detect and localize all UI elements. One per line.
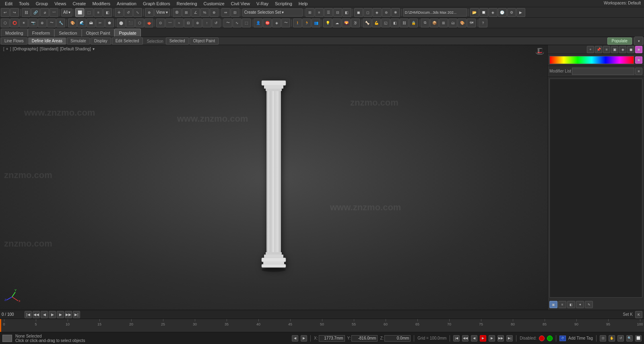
- object-color-swatch[interactable]: [2, 335, 12, 342]
- vp-shading[interactable]: [Standard]: [40, 47, 58, 51]
- system-btn[interactable]: 🔧: [56, 19, 65, 27]
- reference-coord-button[interactable]: ⊕: [145, 8, 154, 17]
- map-btn[interactable]: 🗺: [467, 19, 476, 27]
- populate-figure-btn[interactable]: 👤: [254, 19, 262, 27]
- select-tool-button[interactable]: ⬜: [75, 8, 84, 17]
- playback-start-btn[interactable]: |◀: [25, 311, 32, 318]
- helper-btn[interactable]: ⊕: [38, 19, 47, 27]
- layer-btn-3[interactable]: ☰: [324, 8, 333, 17]
- populate-button[interactable]: Populate: [607, 37, 632, 45]
- menu-rendering[interactable]: Rendering: [173, 1, 200, 6]
- media-btn-5[interactable]: ❋: [391, 8, 400, 17]
- collision-btn[interactable]: ⛔: [263, 19, 272, 27]
- path-display[interactable]: D:\ZHM\Docum...3ds Max 202...: [403, 8, 467, 17]
- teapot-btn[interactable]: 🫖: [144, 19, 153, 27]
- zoom-btn[interactable]: 🔍: [626, 335, 633, 342]
- sky-btn[interactable]: ☁: [332, 19, 341, 27]
- help2-btn[interactable]: ?: [479, 19, 487, 27]
- select-by-name-button[interactable]: ≡: [94, 8, 103, 17]
- percent-snap-button[interactable]: %: [200, 8, 209, 17]
- vp-plus[interactable]: +: [6, 47, 8, 51]
- nurbs-btn[interactable]: ∿: [233, 19, 242, 27]
- rp-pin-btn[interactable]: 📌: [595, 46, 602, 53]
- subtab-define-idle-areas[interactable]: Define Idle Areas: [28, 37, 66, 45]
- material-btn[interactable]: 🎨: [458, 19, 466, 27]
- tab-freeform[interactable]: Freeform: [28, 29, 55, 37]
- layer-mgr-button[interactable]: ⊞: [305, 8, 314, 17]
- cyl-btn[interactable]: ⬡: [135, 19, 144, 27]
- subtab-edit-selected[interactable]: Edit Selected: [112, 37, 143, 45]
- mirror-button[interactable]: ⇔: [221, 8, 230, 17]
- move-button[interactable]: ✛: [115, 8, 124, 17]
- bind-button[interactable]: ⌀: [40, 8, 49, 17]
- env2-btn[interactable]: 🌄: [342, 19, 351, 27]
- playback-prev-frame-btn[interactable]: ◀: [41, 311, 48, 318]
- skin-btn[interactable]: ◱: [381, 19, 390, 27]
- enabled-indicator[interactable]: [547, 336, 553, 341]
- tab-populate[interactable]: Populate: [114, 29, 140, 37]
- constraint-btn[interactable]: 🔒: [409, 19, 418, 27]
- playback-end-btn[interactable]: ▶|: [73, 311, 80, 318]
- spacewarp-btn[interactable]: 〜: [47, 19, 56, 27]
- viewport[interactable]: [ + ] [Orthographic] [Standard] [Default…: [0, 45, 547, 310]
- pinch-btn[interactable]: ⊕: [193, 19, 202, 27]
- pb-end-btn[interactable]: ▶|: [506, 335, 513, 342]
- flatten-btn[interactable]: ⊟: [184, 19, 193, 27]
- timeline-playhead[interactable]: [0, 319, 1, 332]
- group2-btn[interactable]: ⊞: [439, 19, 448, 27]
- rp-config-btn[interactable]: ≡: [603, 46, 610, 53]
- menu-views[interactable]: Views: [51, 1, 69, 6]
- wire-button[interactable]: 〰: [50, 8, 58, 17]
- xref-btn[interactable]: ⧉: [421, 19, 429, 27]
- rp-tab-display[interactable]: ◧: [567, 301, 575, 308]
- menu-scripting[interactable]: Scripting: [272, 1, 295, 6]
- undo-button[interactable]: ↩: [1, 8, 10, 17]
- pb-fwd-btn[interactable]: ▶: [489, 335, 495, 342]
- bone-btn[interactable]: 🦴: [363, 19, 372, 27]
- set-key-btn[interactable]: K: [635, 311, 642, 318]
- angle-snap-button[interactable]: ∠: [191, 8, 200, 17]
- layer-btn-5[interactable]: ◧: [343, 8, 351, 17]
- color-gradient[interactable]: [549, 56, 634, 64]
- deform-btn[interactable]: 🌊: [77, 19, 86, 27]
- zoom-extent-btn[interactable]: ⊡: [600, 335, 606, 342]
- loop-btn[interactable]: ↺: [212, 19, 221, 27]
- layer-btn-4[interactable]: ⊟: [333, 8, 342, 17]
- rotate-button[interactable]: ↺: [124, 8, 133, 17]
- menu-graph-editors[interactable]: Graph Editors: [140, 1, 173, 6]
- select-filter-dropdown[interactable]: All▾: [61, 8, 72, 17]
- paint-btn[interactable]: 🎨: [68, 19, 77, 27]
- tab-object-paint[interactable]: Object Paint: [82, 29, 115, 37]
- timeline-track[interactable]: 0510152025303540455055606570758085909510…: [0, 319, 644, 332]
- modifier-config-btn[interactable]: ≡: [635, 68, 642, 75]
- spinner-snap-button[interactable]: ⊕: [210, 8, 219, 17]
- subtab-selected[interactable]: Selected: [166, 37, 189, 45]
- sphere-btn[interactable]: ⬤: [117, 19, 126, 27]
- menu-vray[interactable]: V-Ray: [253, 1, 272, 6]
- disabled-indicator[interactable]: [539, 336, 545, 341]
- nav-right-btn[interactable]: ▶: [301, 335, 307, 342]
- modifier-list-dropdown[interactable]: [572, 68, 634, 75]
- patch-btn[interactable]: ⬚: [242, 19, 251, 27]
- menu-edit[interactable]: Edit: [2, 1, 16, 6]
- subtab-object-paint[interactable]: Object Paint: [190, 37, 219, 45]
- menu-help[interactable]: Help: [295, 1, 311, 6]
- scene-state-button[interactable]: ◈: [489, 8, 497, 17]
- wire2-btn[interactable]: ⛓: [400, 19, 409, 27]
- vp-view-type[interactable]: [Orthographic]: [12, 47, 38, 51]
- pb-prev-btn[interactable]: ◀◀: [462, 335, 469, 342]
- conform-btn[interactable]: 🏔: [87, 19, 95, 27]
- camera-btn[interactable]: 📷: [29, 19, 37, 27]
- window-crossing-button[interactable]: ◧: [103, 8, 112, 17]
- rp-render-btn[interactable]: ◼: [627, 46, 634, 53]
- selection-set-dropdown[interactable]: Create Selection Set▾: [242, 8, 303, 17]
- link-button[interactable]: ⛓: [22, 8, 31, 17]
- quick-render-button[interactable]: ▶: [516, 8, 525, 17]
- redo-button[interactable]: ↪: [10, 8, 19, 17]
- media-btn-4[interactable]: ⊛: [382, 8, 391, 17]
- container-btn[interactable]: 📦: [430, 19, 439, 27]
- rp-magenta-btn[interactable]: ■: [635, 46, 642, 53]
- rp-tab-utilities[interactable]: ✦: [576, 301, 584, 308]
- snap-toggle-button[interactable]: ⊞: [182, 8, 191, 17]
- tab-modeling[interactable]: Modeling: [1, 29, 28, 37]
